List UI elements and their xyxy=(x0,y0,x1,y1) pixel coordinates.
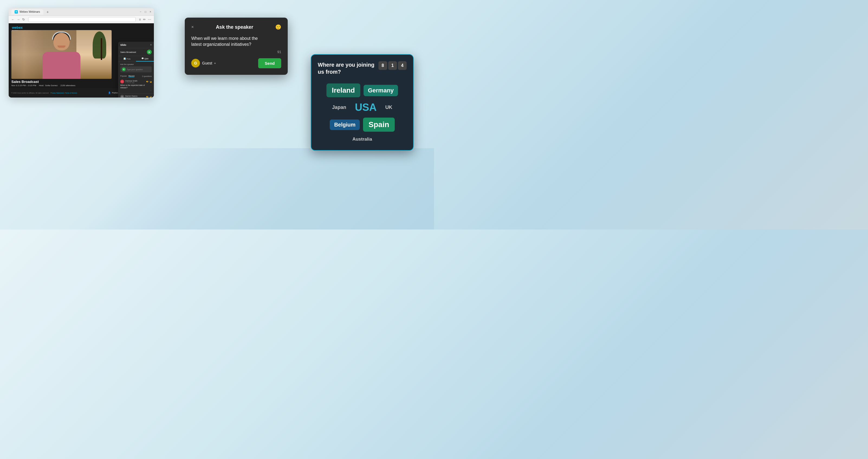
slido-panel: Slido × Sales Broadcast B 📊 Polls 💬 Q&A … xyxy=(118,42,154,97)
poll-digit-2: 1 xyxy=(388,61,397,70)
head xyxy=(53,33,70,51)
question-input[interactable]: Type your question xyxy=(127,68,150,70)
question-user-1: C Clarissa Smith 1 minute ago 👎 0 👍 xyxy=(120,80,152,84)
modal-question-text[interactable]: When will we learn more about the latest… xyxy=(191,35,267,48)
minimize-button[interactable]: − xyxy=(140,10,142,13)
host-name: Sofia Gomez xyxy=(45,84,58,87)
poll-digit-1: 8 xyxy=(378,61,387,70)
question-item-2: D Darren Owens 2 minutes ago 👎 0 👍 What'… xyxy=(118,93,154,97)
session-datetime: Nov 3 2:15 PM – 3:15 PM xyxy=(11,84,36,87)
address-bar[interactable] xyxy=(28,17,136,22)
question-more-1[interactable]: ··· xyxy=(120,89,152,92)
guest-label: Guest xyxy=(202,61,212,65)
send-button[interactable]: Send xyxy=(258,58,281,68)
poll-title: Where are you joining us from? xyxy=(318,61,378,75)
separator: · xyxy=(37,84,38,87)
modal-title: Ask the speaker xyxy=(216,24,253,30)
participant-icon: 👤 xyxy=(108,92,111,94)
browser-titlebar: W Webex Webinars + − □ × xyxy=(9,8,154,16)
webinar-content: webex by cisco xyxy=(9,23,154,97)
browser-window: W Webex Webinars + − □ × ← → ↻ ≡ ✏ ⋯ web… xyxy=(9,8,154,97)
more-icon[interactable]: ⋯ xyxy=(148,18,151,22)
maximize-button[interactable]: □ xyxy=(145,10,146,13)
question-input-row[interactable]: B Type your question xyxy=(120,66,152,72)
word-cloud: Ireland Germany Japan USA UK Belgium Spa… xyxy=(318,84,407,144)
refresh-button[interactable]: ↻ xyxy=(22,18,25,22)
poll-response-counter: 8 1 4 xyxy=(378,61,407,70)
cisco-label: by cisco xyxy=(12,30,23,31)
ask-section: Ask the speaker B Type your question xyxy=(118,62,154,74)
guest-avatar: G xyxy=(191,59,200,67)
privacy-link[interactable]: Privacy Statement xyxy=(51,92,64,94)
popular-tab[interactable]: Popular xyxy=(120,75,127,77)
slido-panel-title: Slido xyxy=(120,43,126,46)
vote-count-1[interactable]: 👎 0 👍 xyxy=(146,81,152,83)
question-time-1: 1 minute ago xyxy=(125,82,137,84)
thumbdown-icon: 👎 xyxy=(146,81,148,83)
webex-favicon-icon: W xyxy=(14,10,18,13)
tab-label: Webex Webinars xyxy=(20,10,40,13)
location-poll: Where are you joining us from? 8 1 4 Ire… xyxy=(311,54,414,151)
host-label: Host: xyxy=(39,84,44,87)
user-avatar-2: D xyxy=(120,95,124,97)
question-text-1: When is the expected date of release? xyxy=(120,84,152,89)
slido-nav-tabs: 📊 Polls 💬 Q&A xyxy=(118,56,154,62)
thumbdown-icon-2: 👎 xyxy=(146,96,148,97)
attendee-count: 2150 attendees xyxy=(60,84,75,87)
recent-tab[interactable]: Recent xyxy=(128,75,134,77)
ask-label: Ask the speaker xyxy=(120,63,152,65)
question-count: 2 questions xyxy=(142,75,152,77)
user-avatar-1: C xyxy=(120,80,124,84)
session-info: Sales Broadcast Nov 3 2:15 PM – 3:15 PM … xyxy=(11,80,75,87)
browser-toolbar: ← → ↻ ≡ ✏ ⋯ xyxy=(9,16,154,23)
input-avatar: B xyxy=(122,67,126,71)
question-item-1: C Clarissa Smith 1 minute ago 👎 0 👍 When… xyxy=(118,78,154,93)
user-info-2: D Darren Owens 2 minutes ago xyxy=(120,95,137,97)
toolbar-icons: ≡ ✏ ⋯ xyxy=(139,18,151,22)
polls-tab[interactable]: 📊 Polls xyxy=(118,56,136,62)
slido-session-name: Sales Broadcast xyxy=(120,51,136,53)
session-meta: Nov 3 2:15 PM – 3:15 PM · Host: Sofia Go… xyxy=(11,84,75,87)
terms-link[interactable]: Terms of Service xyxy=(65,92,77,94)
question-user-2: D Darren Owens 2 minutes ago 👎 0 👍 xyxy=(120,95,152,97)
copyright-text: © 2022 Cisco and/or its affiliates. All … xyxy=(11,92,49,94)
thumbup-icon: 👍 xyxy=(150,81,152,83)
forward-button[interactable]: → xyxy=(17,18,20,22)
word-ireland: Ireland xyxy=(327,84,360,97)
user-info-1: C Clarissa Smith 1 minute ago xyxy=(120,80,137,84)
ask-speaker-modal: × Ask the speaker 🙂 When will we learn m… xyxy=(185,18,288,75)
modal-close-button[interactable]: × xyxy=(191,25,194,30)
separator2: · xyxy=(59,84,59,87)
window-controls: − □ × xyxy=(140,10,151,13)
back-button[interactable]: ← xyxy=(11,18,14,22)
filter-tabs: Popular Recent xyxy=(120,75,134,77)
question-time-2: 2 minutes ago xyxy=(125,97,137,97)
browser-tab[interactable]: W Webex Webinars xyxy=(11,9,43,14)
chevron-down-icon: ▾ xyxy=(214,62,216,65)
logo-text: webex xyxy=(12,26,23,30)
vote-number-1: 0 xyxy=(149,81,149,82)
word-australia: Australia xyxy=(349,135,375,144)
speaker-figure xyxy=(34,31,89,79)
word-belgium: Belgium xyxy=(330,120,360,130)
emoji-button[interactable]: 🙂 xyxy=(275,24,281,30)
questions-header: Popular Recent 2 questions xyxy=(118,74,154,78)
slido-close-button[interactable]: × xyxy=(150,43,152,46)
menu-icon[interactable]: ≡ xyxy=(139,18,141,22)
close-button[interactable]: × xyxy=(150,10,151,13)
char-count: 91 xyxy=(191,50,281,54)
edit-icon[interactable]: ✏ xyxy=(143,18,146,22)
speaker-video xyxy=(11,30,112,79)
guest-selector[interactable]: G Guest ▾ xyxy=(191,59,216,67)
qa-label: Q&A xyxy=(145,58,149,60)
slido-panel-header: Slido × xyxy=(118,42,154,48)
word-uk: UK xyxy=(382,103,396,112)
thumbup-icon-2: 👍 xyxy=(150,96,152,97)
webex-logo: webex by cisco xyxy=(12,26,23,31)
new-tab-button[interactable]: + xyxy=(46,10,49,14)
copyright: © 2022 Cisco and/or its affiliates. All … xyxy=(11,92,77,94)
qa-tab[interactable]: 💬 Q&A xyxy=(136,56,154,62)
user-name-1: Clarissa Smith xyxy=(125,80,137,82)
vote-count-2[interactable]: 👎 0 👍 xyxy=(146,96,152,97)
modal-header: × Ask the speaker 🙂 xyxy=(191,24,281,30)
